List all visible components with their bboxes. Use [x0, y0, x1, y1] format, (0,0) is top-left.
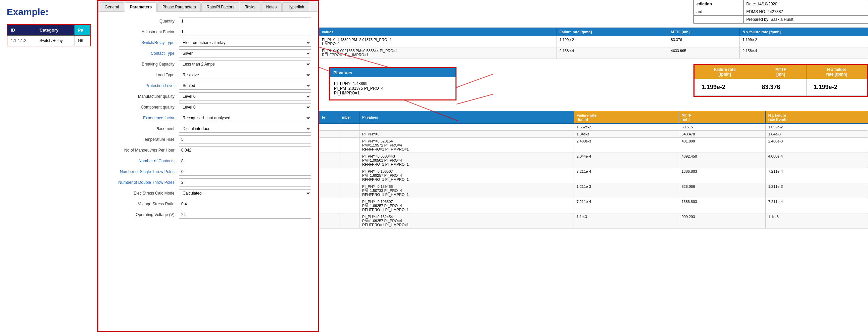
- th-nx-failure: N x failure rate [fpmh]: [740, 28, 868, 36]
- form-row-protection-level: Protection Level: Sealed: [105, 82, 311, 90]
- select-wrapper-load-type: Resistive: [179, 71, 311, 79]
- form-row-single-throw: Number of Single Throw Poles:: [105, 168, 311, 176]
- tab-notes[interactable]: Notes: [261, 2, 282, 11]
- select-load-type[interactable]: Resistive: [179, 71, 311, 79]
- cell-id: 1.1.4.1.2: [7, 36, 36, 46]
- input-manoeuvres[interactable]: [179, 146, 311, 154]
- label-quantity: Quantity:: [105, 19, 179, 24]
- select-manufacturer-quality[interactable]: Level 0: [179, 92, 311, 101]
- form-row-double-throw: Number of Double Throw Poles:: [105, 178, 311, 187]
- form-row-elec-stress: Elec Stress Calc Mode: Calculated: [105, 189, 311, 197]
- cell-mber-4: [339, 153, 360, 168]
- cell-fr-lower-8: 1.1e-3: [574, 213, 679, 228]
- select-protection-level[interactable]: Sealed: [179, 82, 311, 90]
- form-row-manufacturer-quality: Manufacturer quality: Level 0: [105, 92, 311, 101]
- label-manufacturer-quality: Manufacturer quality:: [105, 94, 179, 99]
- form-row-switch-type: Switch/Relay Type: Electromechanical rel…: [105, 39, 311, 47]
- cell-nx-result: 1.199e-2: [807, 79, 867, 96]
- cell-nx-2: 2.158e-4: [740, 47, 868, 58]
- label-switch-type: Switch/Relay Type:: [105, 40, 179, 45]
- col-header-pa: Pa: [74, 25, 90, 36]
- select-wrapper-elec-stress: Calculated: [179, 189, 311, 197]
- input-double-throw[interactable]: [179, 178, 311, 187]
- cell-nx-lower-7: 7.211e-4: [765, 198, 868, 213]
- pi-values-box: Pi values PI_LPHY=1.48899 PI_PM=2.01375 …: [329, 67, 457, 101]
- example-table: ID Category Pa 1.1.4.1.2 Switch/Relay G6: [7, 24, 91, 46]
- th-mttf: MTTF [mh]: [668, 28, 740, 36]
- th-mttf-lower: MTTF[mh]: [679, 111, 765, 124]
- example-title: Example:: [7, 7, 91, 18]
- tab-rate-pi[interactable]: Rate/Pi Factors: [202, 2, 239, 11]
- cell-pi-lower-2: PI_PHY=0: [360, 131, 574, 138]
- input-quantity[interactable]: [179, 17, 311, 25]
- tab-hyperlink[interactable]: Hyperlink: [282, 2, 309, 11]
- tab-tasks[interactable]: Tasks: [240, 2, 260, 11]
- cell-te-6: [319, 183, 339, 198]
- select-wrapper-protection-level: Sealed: [179, 82, 311, 90]
- cell-mttf-lower-5: 1386.803: [679, 168, 765, 183]
- select-breaking-capacity[interactable]: Less than 2 Amps: [179, 60, 311, 68]
- input-adjustment[interactable]: [179, 28, 311, 36]
- label-experience-factor: Experience factor:: [105, 116, 179, 120]
- table-row: PI_PHY=0.189466PM=1.50733 PI_PRO=4RFHFPR…: [319, 183, 868, 198]
- th-nx-result: N x failurerate [fpmh]: [807, 65, 867, 79]
- tab-phase-parameters[interactable]: Phase Parameters: [157, 2, 201, 11]
- select-contact-type[interactable]: Silver: [179, 49, 311, 57]
- input-contacts[interactable]: [179, 157, 311, 165]
- label-voltage-stress: Voltage Stress Ratio:: [105, 202, 179, 206]
- input-temperature-rise[interactable]: [179, 135, 311, 143]
- table-row: PI_PHY=1.48899 PM=2.01375 PI_PRO=4HMPRO=…: [319, 36, 868, 47]
- cell-pi-lower-6: PI_PHY=0.189466PM=1.50733 PI_PRO=4RFHFPR…: [360, 183, 574, 198]
- result-row: 1.199e-2 83.376 1.199e-2: [695, 79, 867, 96]
- form-row-load-type: Load Type: Resistive: [105, 71, 311, 79]
- cell-te-1: [319, 124, 339, 131]
- select-placement[interactable]: Digital interface: [179, 124, 311, 133]
- select-component-quality[interactable]: Level 0: [179, 103, 311, 111]
- tab-parameters[interactable]: Parameters: [125, 2, 157, 12]
- cell-mttf-lower-1: 60.515: [679, 124, 765, 131]
- svg-line-3: [457, 94, 493, 104]
- cell-nx-lower-4: 4.088e-4: [765, 153, 868, 168]
- label-double-throw: Number of Double Throw Poles:: [105, 180, 179, 185]
- cell-fr-lower-5: 7.211e-4: [574, 168, 679, 183]
- cell-category: Switch/Relay: [36, 36, 74, 46]
- th-failure-lower: Failure rate[fpmh]: [574, 111, 679, 124]
- table-row: PI_PHY=0 1.84e-3 543.478 1.84e-3: [319, 131, 868, 138]
- cell-nx-lower-6: 1.211e-3: [765, 183, 868, 198]
- form-row-component-quality: Component quality: Level 0: [105, 103, 311, 111]
- cell-fr-lower-1: 1.652e-2: [574, 124, 679, 131]
- input-operating-voltage[interactable]: [179, 211, 311, 219]
- cell-mttf-lower-4: 4892.450: [679, 153, 765, 168]
- select-experience-factor[interactable]: Recognised - not analysed: [179, 114, 311, 122]
- doc-empty-cell: [694, 16, 744, 24]
- cell-mber-3: [339, 138, 360, 153]
- th-nx-lower: N x failurerate [fpmh]: [765, 111, 868, 124]
- form-row-breaking-capacity: Breaking Capacity: Less than 2 Amps: [105, 60, 311, 68]
- cell-failure-2: 2.158e-4: [557, 47, 668, 58]
- pi-values-content: PI_LPHY=1.48899 PI_PM=2.01375 PI_PRO=4 P…: [330, 77, 456, 100]
- cell-fr-lower-2: 1.84e-3: [574, 131, 679, 138]
- select-elec-stress[interactable]: Calculated: [179, 189, 311, 197]
- label-elec-stress: Elec Stress Calc Mode:: [105, 191, 179, 196]
- select-switch-type[interactable]: Electromechanical relay: [179, 39, 311, 47]
- form-row-manoeuvres: No of Manoeuvres Per Hour:: [105, 146, 311, 154]
- left-panel: Example: ID Category Pa 1.1.4.1.2 Switch…: [0, 0, 97, 332]
- label-breaking-capacity: Breaking Capacity:: [105, 62, 179, 66]
- label-adjustment: Adjustment Factor:: [105, 30, 179, 34]
- tabs-bar: General Parameters Phase Parameters Rate…: [98, 1, 318, 12]
- tab-general[interactable]: General: [100, 2, 124, 11]
- form-row-placement: Placement: Digital interface: [105, 124, 311, 133]
- th-te: te: [319, 111, 339, 124]
- input-single-throw[interactable]: [179, 168, 311, 176]
- cell-nx-lower-5: 7.211e-4: [765, 168, 868, 183]
- col-header-category: Category: [36, 25, 74, 36]
- cell-fr-lower-7: 7.211e-4: [574, 198, 679, 213]
- cell-pi-lower-3: PI_PHY=0.520154PM=1.19572 PI_PRO=4RFHFPR…: [360, 138, 574, 153]
- select-wrapper-component-quality: Level 0: [179, 103, 311, 111]
- cell-nx-lower-8: 1.1e-3: [765, 213, 868, 228]
- doc-header-table: ediction Date: 14/10/2020 ard: EDMS NO: …: [693, 0, 868, 24]
- input-voltage-stress[interactable]: [179, 200, 311, 208]
- table-row: PI_PHY=0.106507PM=1.69257 PI_PRO=4RFHFPR…: [319, 198, 868, 213]
- label-contacts: Number of Contacts:: [105, 159, 179, 163]
- label-temperature-rise: Temperature Rise:: [105, 137, 179, 142]
